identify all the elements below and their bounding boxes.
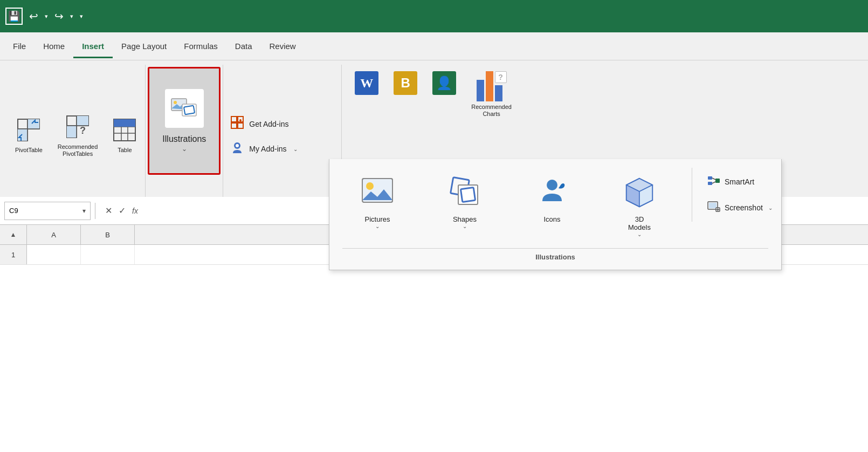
illustrations-icon [165,89,204,128]
cancel-formula-button[interactable]: ✕ [104,204,113,217]
menu-review[interactable]: Review [261,35,305,57]
menu-file[interactable]: File [4,35,35,57]
icons-icon [533,172,571,211]
menu-page-layout[interactable]: Page Layout [113,35,175,57]
addins-ribbon-group: Get Add-ins My Add-ins ⌄ Add-ins [223,65,342,217]
formula-actions: ✕ ✓ fx [100,204,143,217]
svg-rect-46 [708,182,712,185]
icons-button[interactable]: Icons [517,168,587,228]
recommended-pivottables-label: Recommended PivotTables [58,143,98,157]
illustrations-button[interactable]: Illustrations ⌄ [148,67,221,175]
screenshot-label: Screenshot [725,203,763,212]
word-icon: W [355,71,378,95]
svg-rect-20 [128,119,135,127]
shapes-chevron: ⌄ [463,223,467,229]
menu-insert[interactable]: Insert [73,35,113,57]
get-addins-button[interactable]: Get Add-ins [228,114,337,134]
svg-point-22 [174,101,177,104]
illustrations-dropdown-items: Pictures ⌄ Shapes ⌄ [342,168,768,242]
3d-models-button[interactable]: 3D Models ⌄ [604,168,674,242]
pivottable-button[interactable]: PivotTable [11,116,47,156]
col-header-b: B [81,225,135,244]
illustrations-section-label: Illustrations [342,248,768,261]
svg-rect-8 [77,116,88,126]
cell-reference-box[interactable]: C9 ▾ [4,202,91,220]
my-addins-icon [231,141,244,156]
formula-separator [95,203,95,219]
pictures-icon [358,172,397,211]
recommended-pivottables-icon: ? [66,115,89,141]
recommend-charts-icon: ? [477,71,507,101]
3d-models-chevron: ⌄ [637,231,642,237]
people-icon-button[interactable]: 👤 [428,69,460,99]
recommend-charts-button[interactable]: ? Recommended Charts [467,69,516,120]
menu-formulas[interactable]: Formulas [175,35,226,57]
save-icon[interactable]: 💾 [5,8,23,25]
screenshot-chevron: ⌄ [768,205,773,211]
svg-rect-3 [18,129,27,141]
illustrations-chevron: ⌄ [182,145,187,153]
shapes-button[interactable]: Shapes ⌄ [430,168,500,234]
undo-redo-group: ↩ ▾ ↪ ▾ ▾ [27,8,85,25]
redo-dropdown[interactable]: ▾ [68,11,75,22]
tables-ribbon-group: PivotTable ? Recommended PivotTables [6,65,146,217]
3d-models-icon [620,172,659,211]
svg-rect-2 [27,119,39,129]
svg-point-35 [366,182,374,190]
cell-ref-value: C9 [9,207,18,215]
smartart-button[interactable]: SmartArt [703,172,789,191]
illustrations-ribbon-group: Illustrations ⌄ [146,65,223,217]
svg-text:?: ? [80,125,86,136]
b-icon-button[interactable]: B [389,69,422,99]
svg-line-49 [712,182,715,183]
my-addins-button[interactable]: My Add-ins ⌄ [228,139,337,159]
get-addins-label: Get Add-ins [249,120,288,128]
row-num-1: 1 [0,245,27,264]
menu-home[interactable]: Home [35,35,73,57]
b-icon: B [394,71,417,95]
grid-cell-a1[interactable] [27,245,81,264]
my-addins-label: My Add-ins [249,145,286,153]
svg-rect-28 [231,123,237,128]
3d-models-label: 3D Models [628,215,651,231]
pictures-chevron: ⌄ [375,223,380,229]
table-label: Table [118,147,132,154]
illustrations-dropdown-panel: Pictures ⌄ Shapes ⌄ [329,159,782,270]
screenshot-icon [707,200,720,215]
get-addins-icon [231,116,244,132]
undo-dropdown[interactable]: ▾ [43,11,50,22]
pictures-button[interactable]: Pictures ⌄ [342,168,412,234]
svg-line-48 [712,178,715,180]
svg-rect-18 [114,119,121,127]
table-button[interactable]: Table [108,116,141,156]
illustrations-label: Illustrations [162,134,206,144]
svg-rect-45 [708,176,712,180]
redo-button[interactable]: ↪ [52,8,66,25]
svg-rect-47 [715,179,720,183]
svg-point-40 [547,180,557,190]
cell-ref-dropdown[interactable]: ▾ [82,207,86,215]
svg-rect-19 [121,119,128,127]
table-icon [113,118,136,145]
addins-items: Get Add-ins My Add-ins ⌄ [228,67,337,206]
quick-access-arrow[interactable]: ▾ [78,11,85,22]
smartart-label: SmartArt [725,177,754,186]
row-header-corner: ▲ [0,225,27,244]
recommended-pivottables-button[interactable]: ? Recommended PivotTables [53,113,102,160]
confirm-formula-button[interactable]: ✓ [118,204,127,217]
menu-data[interactable]: Data [226,35,261,57]
icons-label: Icons [543,215,560,223]
svg-point-33 [236,144,239,147]
screenshot-button[interactable]: Screenshot ⌄ [703,198,789,217]
undo-button[interactable]: ↩ [27,8,40,25]
smartart-icon [707,174,720,189]
pivottable-icon [17,118,40,145]
insert-function-button[interactable]: fx [131,206,139,216]
svg-rect-26 [231,117,237,122]
title-bar: 💾 ↩ ▾ ↪ ▾ ▾ [0,0,868,32]
word-icon-button[interactable]: W [350,69,383,99]
right-items-group: SmartArt Screenshot ⌄ [692,168,789,222]
grid-cell-b1[interactable] [81,245,135,264]
svg-rect-51 [709,203,717,208]
people-icon: 👤 [432,71,456,95]
